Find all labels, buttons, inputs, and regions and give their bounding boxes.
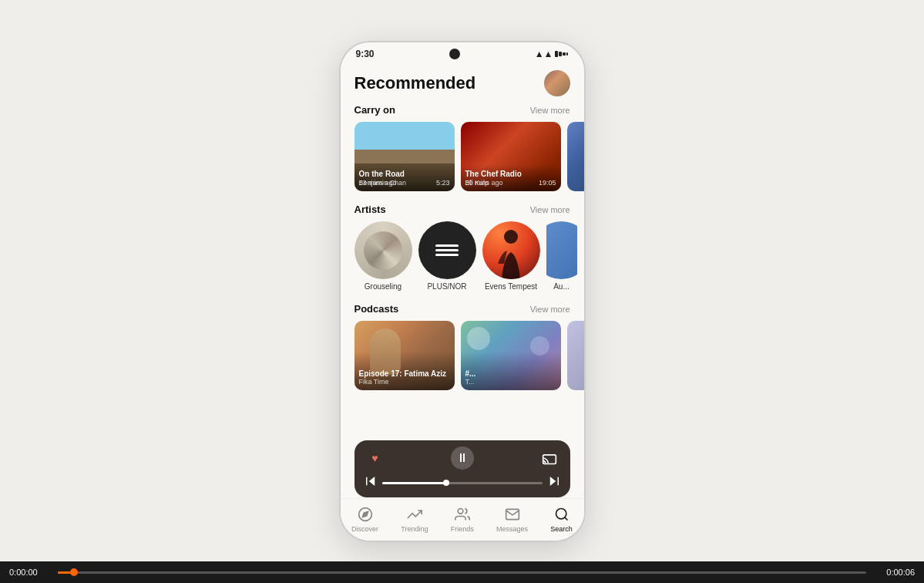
status-bar: 9:30 ▲▲ — [341, 42, 584, 62]
trending-icon — [405, 505, 424, 524]
video-progress-dot — [70, 568, 78, 576]
svg-point-0 — [504, 230, 518, 244]
prev-icon — [364, 474, 378, 488]
nav-label-friends: Friends — [451, 525, 474, 533]
next-icon — [547, 474, 561, 488]
compass-svg — [358, 507, 373, 522]
video-time-left: 0:00:00 — [9, 568, 52, 577]
seek-track[interactable] — [382, 482, 543, 484]
artist-item-au[interactable]: Au... — [546, 221, 577, 291]
search-icon — [553, 505, 571, 524]
podcast-card-fatima[interactable]: Episode 17: Fatima Aziz Fika Time — [354, 321, 455, 390]
camera-dot — [449, 49, 460, 59]
battery-bar-2 — [559, 52, 562, 56]
svg-marker-4 — [549, 477, 556, 486]
friends-icon — [453, 505, 472, 524]
card-duration-1: 5:23 — [436, 179, 450, 187]
fatima-ep-subtitle: Fika Time — [359, 378, 450, 386]
podcast-cards: Episode 17: Fatima Aziz Fika Time #... T… — [341, 318, 584, 393]
nav-label-discover: Discover — [351, 525, 378, 533]
nav-label-search: Search — [550, 525, 573, 533]
pause-button[interactable]: ⏸ — [451, 447, 474, 470]
app-content: Recommended Carry on View more On th — [341, 62, 584, 541]
plusnor-line-2 — [435, 249, 459, 251]
bottom-nav: Discover Trending — [341, 498, 584, 541]
fatima-ep-title: Episode 17: Fatima Aziz — [359, 369, 450, 378]
seek-fill — [382, 482, 446, 484]
plusnor-icon — [435, 244, 459, 256]
card-ago-1: 13 mins ago — [359, 179, 397, 187]
seek-thumb — [443, 480, 449, 486]
nav-item-search[interactable]: Search — [550, 505, 573, 533]
carry-on-section: Carry on View more On the Road Benjamin … — [341, 101, 584, 194]
status-icons: ▲▲ — [535, 49, 569, 59]
artist-item-plusnor[interactable]: PLUS/NOR — [418, 221, 476, 291]
card-ago-2: 30 mins ago — [465, 179, 503, 187]
svg-marker-7 — [362, 511, 368, 517]
artist-circle-grouseling — [354, 221, 412, 279]
podcast-card-hash[interactable]: #... T... — [461, 321, 561, 390]
show-card-third[interactable] — [567, 122, 584, 191]
battery-cap — [566, 52, 568, 56]
cast-button[interactable] — [538, 447, 561, 470]
podcast-card-third2[interactable] — [567, 321, 584, 390]
podcasts-view-more[interactable]: View more — [530, 305, 570, 314]
podcasts-section: Podcasts View more Episode 17: Fatima Az… — [341, 300, 584, 393]
battery-bar-1 — [555, 51, 558, 57]
wifi-icon: ▲▲ — [535, 49, 553, 59]
artist-circle-plusnor — [418, 221, 476, 279]
artist-name-au: Au... — [553, 282, 570, 291]
nav-item-discover[interactable]: Discover — [351, 505, 378, 533]
carry-on-title: Carry on — [354, 104, 395, 116]
video-progress-track[interactable] — [58, 571, 866, 574]
like-button[interactable]: ♥ — [364, 447, 387, 470]
cast-icon — [542, 450, 557, 466]
artists-view-more[interactable]: View more — [530, 205, 570, 214]
messages-svg — [505, 507, 520, 522]
nav-label-messages: Messages — [496, 525, 528, 533]
svg-point-9 — [556, 509, 566, 519]
svg-marker-2 — [368, 477, 375, 486]
carry-on-cards: On the Road Benjamin Chan 13 mins ago 5:… — [341, 119, 584, 194]
search-svg — [554, 507, 570, 522]
carry-on-view-more[interactable]: View more — [530, 106, 570, 115]
artist-name-grouseling: Grouseling — [365, 282, 402, 291]
fatima-overlay: Episode 17: Fatima Aziz Fika Time — [359, 369, 450, 386]
artists-title: Artists — [354, 204, 386, 215]
artist-circle-au — [546, 221, 577, 279]
battery-icon — [555, 51, 568, 57]
next-button[interactable] — [547, 474, 561, 491]
carry-on-header: Carry on View more — [341, 101, 584, 119]
compass-icon — [356, 505, 375, 524]
avatar-image — [544, 70, 570, 96]
status-time: 9:30 — [356, 49, 375, 59]
hash-ep-subtitle: T... — [465, 378, 556, 386]
prev-button[interactable] — [364, 474, 378, 491]
avatar[interactable] — [544, 70, 570, 96]
app-header: Recommended — [341, 62, 584, 101]
card-overlay-1: On the Road Benjamin Chan — [354, 165, 455, 191]
artist-item-grouseling[interactable]: Grouseling — [354, 221, 412, 291]
mini-player-seek — [364, 474, 561, 491]
scroll-content[interactable]: Carry on View more On the Road Benjamin … — [341, 101, 584, 498]
trending-svg — [407, 507, 422, 522]
friends-svg — [455, 507, 470, 522]
artists-section: Artists View more Grouseling — [341, 201, 584, 294]
card-title-1: On the Road — [359, 170, 450, 179]
nav-item-friends[interactable]: Friends — [451, 505, 474, 533]
svg-point-8 — [458, 509, 463, 514]
hash-overlay: #... T... — [465, 369, 556, 386]
phone-frame: 9:30 ▲▲ Recommended Carry on — [339, 41, 586, 542]
evens-silhouette — [482, 221, 540, 279]
artist-circle-evens — [482, 221, 540, 279]
grouseling-art — [354, 221, 412, 279]
show-card-chef[interactable]: The Chef Radio Eli Kulp 30 mins ago 19:0… — [461, 122, 561, 191]
artists-header: Artists View more — [341, 201, 584, 218]
nav-item-trending[interactable]: Trending — [401, 505, 428, 533]
mini-player: ♥ ⏸ — [354, 440, 570, 497]
battery-bar-3 — [563, 52, 566, 56]
nav-label-trending: Trending — [401, 525, 428, 533]
nav-item-messages[interactable]: Messages — [496, 505, 528, 533]
show-card-road[interactable]: On the Road Benjamin Chan 13 mins ago 5:… — [354, 122, 455, 191]
artist-item-evens[interactable]: Evens Tempest — [482, 221, 540, 291]
